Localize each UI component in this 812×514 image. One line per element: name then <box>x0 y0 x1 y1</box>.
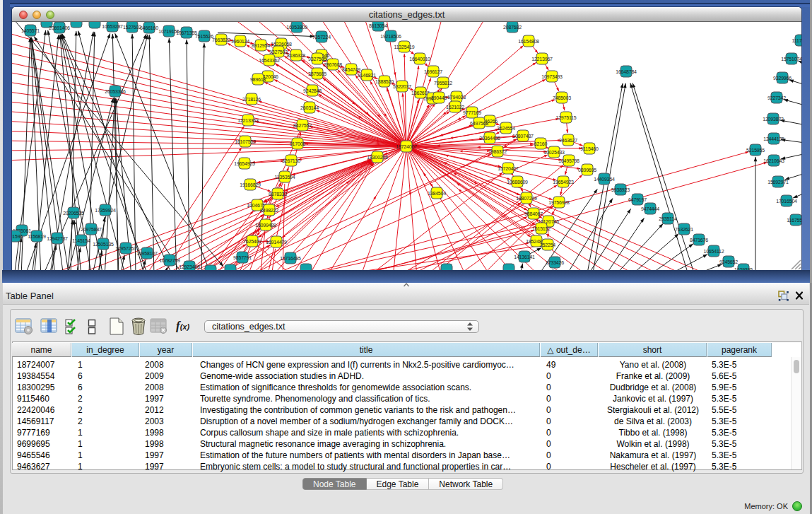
svg-text:1527602: 1527602 <box>123 25 141 30</box>
svg-text:8878332: 8878332 <box>269 192 287 197</box>
svg-text:12213967: 12213967 <box>531 57 553 62</box>
svg-text:7663822: 7663822 <box>212 37 230 42</box>
svg-text:2087682: 2087682 <box>503 25 522 30</box>
svg-text:9463627: 9463627 <box>559 138 577 143</box>
svg-text:6794028: 6794028 <box>447 95 466 100</box>
svg-text:0899695: 0899695 <box>578 168 596 173</box>
svg-text:9227342: 9227342 <box>767 95 786 100</box>
svg-text:20691406: 20691406 <box>49 25 70 30</box>
svg-text:19654923: 19654923 <box>553 180 574 185</box>
svg-text:989618: 989618 <box>250 77 266 82</box>
svg-text:391594: 391594 <box>12 234 23 239</box>
svg-text:16053809: 16053809 <box>286 25 307 30</box>
svg-text:16782759: 16782759 <box>159 258 180 263</box>
svg-text:10654112: 10654112 <box>703 249 724 254</box>
svg-text:20206535: 20206535 <box>63 211 84 216</box>
svg-text:1156819: 1156819 <box>28 234 46 239</box>
svg-text:2867608: 2867608 <box>324 62 342 67</box>
svg-text:5938923: 5938923 <box>611 187 630 192</box>
svg-text:15720407: 15720407 <box>498 166 519 171</box>
svg-text:7357224: 7357224 <box>312 35 331 40</box>
svg-text:16154808: 16154808 <box>518 39 539 44</box>
svg-text:19654925: 19654925 <box>234 161 255 166</box>
svg-text:12975115: 12975115 <box>555 115 576 120</box>
svg-text:15692971: 15692971 <box>767 180 789 185</box>
svg-text:3624554: 3624554 <box>497 126 515 131</box>
svg-text:9474444: 9474444 <box>641 206 659 211</box>
svg-text:252254: 252254 <box>540 243 555 247</box>
svg-text:8267130: 8267130 <box>282 158 300 163</box>
svg-text:9327503: 9327503 <box>269 49 288 54</box>
svg-text:9327505: 9327505 <box>308 57 326 62</box>
svg-text:9857791: 9857791 <box>233 255 252 260</box>
svg-text:10025433: 10025433 <box>543 150 565 155</box>
svg-text:8427552: 8427552 <box>293 123 312 128</box>
svg-text:1615152: 1615152 <box>532 226 551 231</box>
svg-text:20975887: 20975887 <box>81 227 102 232</box>
svg-text:5215955: 5215955 <box>746 148 765 153</box>
svg-text:12505135: 12505135 <box>93 242 114 247</box>
svg-text:1167553: 1167553 <box>787 218 801 223</box>
svg-text:9960124: 9960124 <box>231 39 249 44</box>
svg-text:6466160: 6466160 <box>140 25 158 30</box>
svg-text:1696127: 1696127 <box>424 69 442 74</box>
svg-text:15716485: 15716485 <box>280 256 301 261</box>
svg-text:62160: 62160 <box>534 141 548 146</box>
svg-text:8471676: 8471676 <box>690 238 708 243</box>
svg-text:2718126: 2718126 <box>242 97 261 102</box>
svg-text:7485003: 7485003 <box>553 95 571 100</box>
svg-text:14409354: 14409354 <box>594 177 615 182</box>
svg-text:1384504: 1384504 <box>428 191 446 196</box>
svg-text:17957253: 17957253 <box>115 246 136 251</box>
svg-text:1733426: 1733426 <box>546 260 564 265</box>
svg-text:10807487: 10807487 <box>512 134 534 139</box>
svg-text:3875685: 3875685 <box>308 71 326 76</box>
svg-text:7632621: 7632621 <box>675 227 693 232</box>
svg-text:18300295: 18300295 <box>367 155 388 160</box>
svg-text:12213363: 12213363 <box>237 118 259 123</box>
svg-text:18807249: 18807249 <box>516 196 537 201</box>
svg-text:11353594: 11353594 <box>274 175 295 180</box>
svg-text:16543362: 16543362 <box>259 58 280 63</box>
svg-text:7955812: 7955812 <box>434 81 452 86</box>
svg-text:2935114: 2935114 <box>659 216 677 221</box>
svg-text:8498222: 8498222 <box>260 208 278 213</box>
svg-text:10958107: 10958107 <box>136 251 158 256</box>
svg-text:16495798: 16495798 <box>558 158 579 163</box>
svg-text:890448: 890448 <box>431 95 447 100</box>
svg-text:917006: 917006 <box>290 141 305 146</box>
svg-text:18724007: 18724007 <box>396 144 417 149</box>
svg-text:8454749: 8454749 <box>342 67 360 72</box>
svg-text:9146821: 9146821 <box>358 73 376 78</box>
svg-text:14136141: 14136141 <box>514 255 535 259</box>
svg-text:1388520: 1388520 <box>375 79 394 84</box>
svg-text:19218506: 19218506 <box>380 34 401 39</box>
svg-text:7515526: 7515526 <box>195 34 213 39</box>
svg-text:6479197: 6479197 <box>628 197 647 202</box>
svg-text:16107552: 16107552 <box>235 139 256 144</box>
svg-text:11325419: 11325419 <box>394 45 414 49</box>
svg-text:9242848: 9242848 <box>303 88 322 93</box>
svg-text:1405571: 1405571 <box>21 28 40 33</box>
svg-text:9329966: 9329966 <box>773 76 792 81</box>
svg-text:16914479: 16914479 <box>266 240 287 245</box>
svg-text:1117404: 1117404 <box>792 38 801 43</box>
svg-text:12093872: 12093872 <box>763 117 784 122</box>
svg-text:12444135: 12444135 <box>763 136 784 141</box>
svg-text:19756928: 19756928 <box>548 200 570 205</box>
svg-text:19166829: 19166829 <box>240 182 261 187</box>
svg-text:20053346: 20053346 <box>105 89 126 94</box>
svg-text:10688609: 10688609 <box>507 180 528 185</box>
svg-text:8186328: 8186328 <box>287 53 305 58</box>
svg-text:9115460: 9115460 <box>580 146 599 151</box>
svg-text:12923468: 12923468 <box>179 264 200 269</box>
svg-text:6497568: 6497568 <box>470 121 488 126</box>
svg-text:5322037: 5322037 <box>393 84 411 89</box>
svg-text:8912954: 8912954 <box>252 43 270 48</box>
svg-text:7625402: 7625402 <box>243 239 261 244</box>
svg-text:16640910: 16640910 <box>409 57 430 62</box>
svg-text:8613054: 8613054 <box>369 23 387 28</box>
svg-text:1621022: 1621022 <box>446 105 464 110</box>
svg-text:10653287: 10653287 <box>102 24 123 29</box>
svg-text:17359924: 17359924 <box>95 208 116 213</box>
